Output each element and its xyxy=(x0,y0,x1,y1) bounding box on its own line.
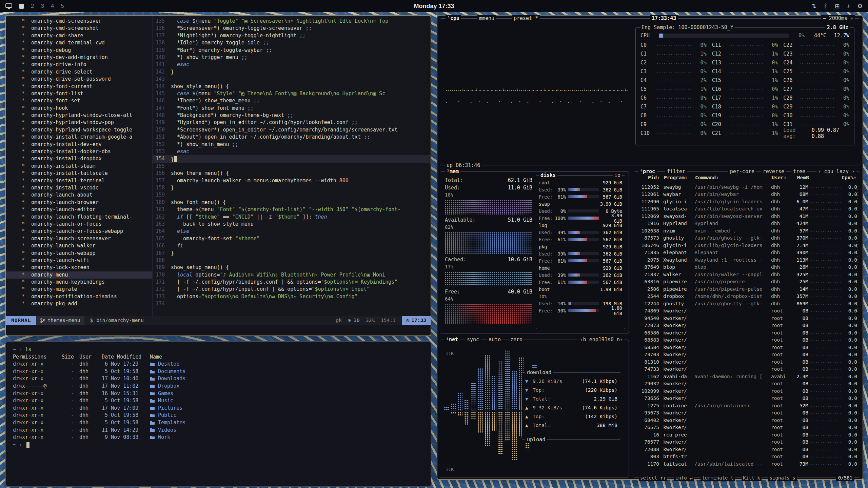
file-item[interactable]: *omarchy-hyprland-window-pop xyxy=(6,119,152,126)
network-arrows-icon[interactable]: ⇅ xyxy=(812,3,816,10)
file-item[interactable]: *omarchy-drive-select xyxy=(6,68,152,76)
process-row[interactable]: 68402kworker/root0B0.0 xyxy=(637,416,857,424)
process-row[interactable]: 72088kworker/root0B0.0 xyxy=(637,446,857,453)
io-toggle[interactable]: io xyxy=(613,172,622,179)
process-row[interactable]: 79032kworker/root0B0.0 xyxy=(637,380,857,388)
file-item[interactable]: *omarchy-cmd-share xyxy=(6,32,152,39)
workspace-2[interactable]: 2 xyxy=(31,3,34,9)
file-item[interactable]: *omarchy-lock-screen xyxy=(6,264,152,271)
workspace-3[interactable]: 3 xyxy=(41,3,44,9)
process-row[interactable]: 111965localsea/usr/lib/localsearch-exdhh… xyxy=(637,205,857,213)
file-list-pane[interactable]: *omarchy-cmd-screensaver*omarchy-cmd-scr… xyxy=(6,16,153,316)
process-row[interactable]: 2544dropbox/home/dhh/.dropbox-distdhh357… xyxy=(637,293,857,300)
sort-mode[interactable]: ‹ cpu lazy › xyxy=(816,168,856,175)
process-row[interactable]: 1170tailscal/usr/sbin/tailscaled --root7… xyxy=(637,460,857,468)
per-core-button[interactable]: per-core xyxy=(728,168,756,175)
file-item[interactable]: *omarchy-install-terminal xyxy=(6,177,152,184)
file-item[interactable]: *omarchy-launch-or-focus xyxy=(6,221,152,228)
file-item[interactable]: *omarchy-cmd-screenshot xyxy=(6,25,152,32)
process-row[interactable]: 106746glycin-i/usr/lib/glycin-loadersdhh… xyxy=(637,242,857,249)
process-row[interactable]: 71837walker/usr/bin/walker --gappldhh325… xyxy=(637,271,857,278)
tree-button[interactable]: tree xyxy=(791,168,807,175)
process-row[interactable]: 1275containe/usr/bin/containerdroot52M0.… xyxy=(637,402,857,409)
process-row[interactable]: 16rcu_preeroot0B0.0 xyxy=(637,431,857,439)
file-item[interactable]: *omarchy-drive-info xyxy=(6,61,152,68)
process-row[interactable]: 76577kworker/root0B0.0 xyxy=(637,439,857,446)
workspace-4[interactable]: 4 xyxy=(51,3,54,9)
file-item[interactable]: *omarchy-install-chromium-google-a xyxy=(6,134,152,141)
process-row[interactable]: 112061waybar/usr/bin/waybardhh68M0.0 xyxy=(637,191,857,198)
net-auto-button[interactable]: auto xyxy=(487,336,502,343)
process-row[interactable]: 81310kworker/root0B0.0 xyxy=(637,358,857,366)
file-item[interactable]: *omarchy-launch-screensaver xyxy=(6,235,152,242)
sort-arrow-icon[interactable]: ↑ xyxy=(853,175,856,180)
process-row[interactable]: 94540kworker/root0B0.0 xyxy=(637,314,857,322)
file-item[interactable]: *omarchy-launch-editor xyxy=(6,206,152,213)
process-row[interactable]: 74869kworker/root0B0.0 xyxy=(637,307,857,315)
process-row[interactable]: 71835elephantelephantdhh390M0.0 xyxy=(637,249,857,257)
file-item[interactable]: *omarchy-launch-webapp xyxy=(6,250,152,257)
file-item[interactable]: *omarchy-debug xyxy=(6,47,152,54)
file-item[interactable]: *omarchy-launch-wifi xyxy=(6,257,152,264)
file-item[interactable]: *omarchy-launch-walker xyxy=(6,242,152,249)
file-item[interactable]: *omarchy-install-dev-env xyxy=(6,141,152,148)
file-item[interactable]: *omarchy-migrate xyxy=(6,286,152,293)
process-row[interactable]: 87573ghostty/usr/bin/ghostty --gtk-dhh37… xyxy=(637,235,857,242)
process-row[interactable]: 68586kworker/root0B0.0 xyxy=(637,329,857,337)
process-row[interactable]: 2075XwaylandXwayland :1 -rootless -dhh11… xyxy=(637,256,857,264)
file-item[interactable]: *omarchy-install-dropbox xyxy=(6,155,152,162)
net-zero-button[interactable]: zero xyxy=(509,336,524,343)
process-row[interactable]: 63816pipewire/usr/bin/pipewiredhh25M0.0 xyxy=(637,278,857,286)
Kill-button[interactable]: Kill k xyxy=(742,474,762,481)
code-pane[interactable]: 135 case $(menu "Toggle" "▣ Screensaver\… xyxy=(153,16,431,316)
reverse-button[interactable]: reverse xyxy=(761,168,786,175)
update-interval[interactable]: − 2000ms + xyxy=(821,15,855,22)
file-item[interactable]: *omarchy-font-list xyxy=(6,90,152,97)
preset-button[interactable]: preset * xyxy=(512,15,540,22)
file-item[interactable]: *omarchy-launch-browser xyxy=(6,199,152,206)
file-item[interactable]: *omarchy-pkg-add xyxy=(6,300,152,307)
bluetooth-icon[interactable]: ᛒ xyxy=(824,3,827,9)
workspace-5[interactable]: 5 xyxy=(61,3,64,9)
file-item[interactable]: *omarchy-install-steam xyxy=(6,163,152,170)
process-row[interactable]: 12244ghostty/usr/bin/ghostty --gtk-dhh86… xyxy=(637,300,857,307)
os-logo-icon[interactable] xyxy=(5,3,12,9)
file-item[interactable]: *omarchy-menu xyxy=(6,271,152,279)
file-item[interactable]: *omarchy-dev-add-migration xyxy=(6,54,152,61)
file-item[interactable]: *omarchy-font-set xyxy=(6,97,152,104)
process-list[interactable]: 112052swaybg/usr/bin/swaybg -i /homdhh12… xyxy=(637,183,857,468)
file-item[interactable]: *omarchy-notification-dismiss xyxy=(6,293,152,300)
file-item[interactable]: *omarchy-cmd-terminal-cwd xyxy=(6,39,152,46)
file-item[interactable]: *omarchy-hook xyxy=(6,105,152,112)
file-item[interactable]: *omarchy-font-current xyxy=(6,83,152,90)
process-row[interactable]: 112052swaybg/usr/bin/swaybg -i /homdhh12… xyxy=(637,183,857,191)
process-row[interactable]: 76575kworker/root0B0.0 xyxy=(637,424,857,431)
select-button[interactable]: select ↑↓ xyxy=(639,474,667,481)
neovim-window[interactable]: *omarchy-cmd-screensaver*omarchy-cmd-scr… xyxy=(5,15,431,336)
process-row[interactable]: 102099kworker/root0B0.0 xyxy=(637,387,857,395)
process-row[interactable]: 112090glycin-i/usr/lib/glycin-loadersdhh… xyxy=(637,198,857,205)
menu-button[interactable]: mmenu xyxy=(477,15,496,22)
process-row[interactable]: 87649btopbtopdhh26M0.0 xyxy=(637,264,857,271)
process-row[interactable]: 74733kworker/root0B0.0 xyxy=(637,366,857,373)
file-item[interactable]: *omarchy-install-tailscale xyxy=(6,170,152,177)
info-button[interactable]: info ↵ xyxy=(674,474,694,481)
terminate-button[interactable]: terminate t xyxy=(701,474,735,481)
volume-icon[interactable]: ♪ xyxy=(847,3,850,9)
btop-window[interactable]: ¹cpu mmenu preset * 17:33:43 − 2000ms + … xyxy=(437,15,863,480)
file-item[interactable]: *omarchy-hyprland-workspace-toggle xyxy=(6,126,152,134)
signals-button[interactable]: signals s xyxy=(768,474,797,481)
net-interface[interactable]: ‹b enp191s0 n› xyxy=(578,336,625,343)
process-row[interactable]: 73703kworker/root0B0.0 xyxy=(637,351,857,359)
file-item[interactable]: *omarchy-cmd-screensaver xyxy=(6,18,152,25)
process-row[interactable]: 68583kworker/root0B0.0 xyxy=(637,337,857,344)
vim-cmdline[interactable] xyxy=(6,325,431,336)
net-sync-button[interactable]: sync xyxy=(465,336,481,343)
process-row[interactable]: 1916HyprlandHyprlanddhh424M0.0 xyxy=(637,220,857,227)
process-row[interactable]: 112069swayosd-/usr/bin/swayosd-serverdhh… xyxy=(637,212,857,220)
process-row[interactable]: 73656kworker/root0B0.0 xyxy=(637,395,857,402)
settings-gear-icon[interactable]: ⚙ xyxy=(857,3,863,10)
process-row[interactable]: 803btrfs-trroot0B0.0 xyxy=(637,453,857,461)
file-item[interactable]: *omarchy-launch-or-focus-webapp xyxy=(6,228,152,235)
file-item[interactable]: *omarchy-launch-about xyxy=(6,191,152,199)
